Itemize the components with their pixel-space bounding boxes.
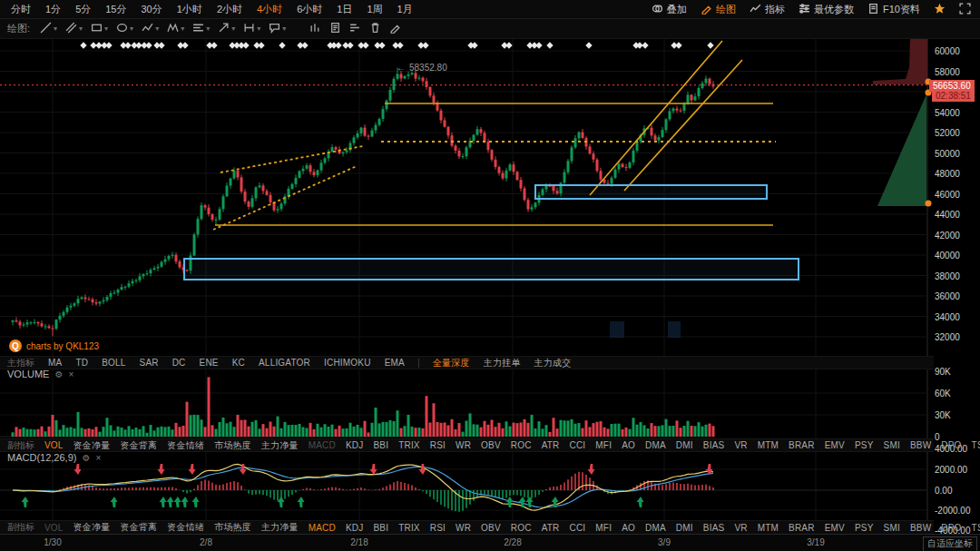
trash-tool[interactable] xyxy=(369,21,381,37)
indicator-tab[interactable]: 资金净量 xyxy=(74,439,111,452)
indicator-tab[interactable]: 主力净量 xyxy=(261,439,299,452)
indicator-tab[interactable]: DPO xyxy=(941,523,961,533)
indicator-tab[interactable]: BIAS xyxy=(703,523,725,533)
chevron-down-icon[interactable]: ▾ xyxy=(155,25,159,33)
indicator-tab[interactable]: ATR xyxy=(542,523,560,533)
menu-item-pencil[interactable]: 绘图 xyxy=(701,3,736,16)
indicator-tab[interactable]: PSY xyxy=(855,523,874,533)
indicator-tab[interactable]: TSI xyxy=(972,440,980,450)
indicator-tab[interactable]: 资金情绪 xyxy=(167,439,204,452)
indicator-tab[interactable]: 资金背离 xyxy=(120,439,157,452)
indicator-tab[interactable]: CCI xyxy=(570,440,586,450)
parallel-channel-tool[interactable]: ▾ xyxy=(65,21,83,37)
indicator-tab[interactable]: EMV xyxy=(825,440,845,450)
favorite-button[interactable] xyxy=(934,3,946,16)
anchored-note-tool[interactable] xyxy=(329,21,341,37)
drawing-handle-dot[interactable] xyxy=(926,201,932,207)
indicator-tab[interactable]: MACD xyxy=(309,523,336,533)
indicator-tab[interactable]: WR xyxy=(456,440,471,450)
main-chart-canvas[interactable] xyxy=(0,0,980,551)
arrow-tool[interactable]: ▾ xyxy=(218,21,235,37)
interval-tab[interactable]: 分时 xyxy=(4,3,38,16)
indicator-tab[interactable]: TSI xyxy=(972,523,980,533)
menu-item-document[interactable]: F10资料 xyxy=(867,3,920,16)
indicator-tab[interactable]: VOL xyxy=(44,440,64,450)
chevron-down-icon[interactable]: ▾ xyxy=(79,25,83,33)
indicator-tab[interactable]: PSY xyxy=(855,440,874,450)
indicator-tab[interactable]: ALLIGATOR xyxy=(259,358,310,368)
fullscreen-button[interactable] xyxy=(959,3,971,16)
indicator-tab[interactable]: 市场热度 xyxy=(214,439,251,452)
indicator-tab[interactable]: ROC xyxy=(511,523,532,533)
indicator-tab[interactable]: 资金情绪 xyxy=(167,521,204,534)
indicator-tab[interactable]: EMA xyxy=(385,358,405,368)
indicator-tab[interactable]: SMI xyxy=(884,523,900,533)
polyline-tool[interactable]: ▾ xyxy=(142,21,159,37)
indicator-tab[interactable]: BBI xyxy=(373,523,388,533)
chevron-down-icon[interactable]: ▾ xyxy=(231,25,235,33)
indicator-tab[interactable]: BBI xyxy=(373,440,388,450)
indicator-tab[interactable]: DC xyxy=(172,358,186,368)
chevron-down-icon[interactable]: ▾ xyxy=(181,25,184,33)
rectangle-tool[interactable]: ▾ xyxy=(91,21,108,37)
menu-item-overlay[interactable]: 叠加 xyxy=(652,3,687,16)
interval-tab[interactable]: 15分 xyxy=(98,3,133,16)
indicator-tab[interactable]: TRIX xyxy=(398,523,420,533)
event-markers[interactable] xyxy=(80,42,713,48)
interval-tab[interactable]: 1月 xyxy=(390,3,420,16)
indicator-tab[interactable]: ICHIMOKU xyxy=(324,358,371,368)
indicator-tab[interactable]: DMA xyxy=(645,523,666,533)
indicator-tab[interactable]: 资金净量 xyxy=(74,521,111,534)
indicator-tab[interactable]: ATR xyxy=(542,440,560,450)
close-icon[interactable]: × xyxy=(68,369,74,379)
indicator-tab[interactable]: MFI xyxy=(595,440,612,450)
indicator-tab[interactable]: 主力挂单 xyxy=(484,357,521,369)
indicator-tab[interactable]: WR xyxy=(456,523,471,533)
long-position-tool[interactable] xyxy=(309,21,321,37)
indicator-tab[interactable]: SAR xyxy=(140,358,159,368)
indicator-tab[interactable]: OBV xyxy=(481,523,501,533)
indicator-tab[interactable]: VOL xyxy=(44,523,64,533)
indicator-tab[interactable]: MTM xyxy=(758,440,779,450)
chevron-down-icon[interactable]: ▾ xyxy=(257,25,260,33)
indicator-tab[interactable]: RSI xyxy=(430,523,446,533)
indicator-tab[interactable]: BRAR xyxy=(789,440,815,450)
indicator-tab[interactable]: BOLL xyxy=(102,358,125,368)
indicator-tab[interactable]: TRIX xyxy=(398,440,420,450)
interval-tab[interactable]: 1日 xyxy=(329,3,359,16)
trend-line-tool[interactable]: ▾ xyxy=(40,21,57,37)
adaptive-scale-toggle[interactable]: 自适应坐标 xyxy=(923,536,977,551)
chevron-down-icon[interactable]: ▾ xyxy=(206,25,210,33)
indicator-tab[interactable]: MTM xyxy=(758,523,779,533)
indicator-tab[interactable]: AO xyxy=(622,440,635,450)
indicator-tab[interactable]: VR xyxy=(734,440,747,450)
indicator-tab[interactable]: DMI xyxy=(676,440,693,450)
indicator-tab[interactable]: VR xyxy=(734,523,747,533)
indicator-tab[interactable]: TD xyxy=(75,358,88,368)
indicator-tab[interactable]: 主力成交 xyxy=(534,357,572,369)
gear-icon[interactable]: ⚙ xyxy=(82,453,90,463)
chevron-down-icon[interactable]: ▾ xyxy=(282,25,286,33)
indicator-tab[interactable]: DMI xyxy=(676,523,693,533)
indicator-tab[interactable]: CCI xyxy=(570,523,586,533)
indicator-tab[interactable]: 资金背离 xyxy=(120,521,157,534)
brush-tool[interactable] xyxy=(389,21,401,37)
indicator-tab[interactable]: ROC xyxy=(511,440,532,450)
interval-tab[interactable]: 4小时 xyxy=(250,3,289,16)
fib-lines-tool[interactable]: ▾ xyxy=(192,21,210,37)
indicator-tab[interactable]: MFI xyxy=(595,523,612,533)
interval-tab[interactable]: 6小时 xyxy=(289,3,329,16)
indicator-tab[interactable]: KC xyxy=(232,358,245,368)
indicator-tab[interactable]: AO xyxy=(622,523,635,533)
indicator-tab[interactable]: BBW xyxy=(910,440,931,450)
indicator-tab[interactable]: RSI xyxy=(430,440,446,450)
indicator-tab[interactable]: ENE xyxy=(200,358,219,368)
ellipse-tool[interactable]: ▾ xyxy=(116,21,133,37)
indicator-tab[interactable]: BBW xyxy=(910,523,931,533)
time-axis[interactable]: 1/302/82/182/283/93/19 自适应坐标 xyxy=(0,534,980,551)
xabcd-pattern-tool[interactable]: ▾ xyxy=(167,21,184,37)
indicator-tab[interactable]: MACD xyxy=(309,440,336,450)
indicator-tab[interactable]: SMI xyxy=(884,440,900,450)
indicator-tab[interactable]: OBV xyxy=(481,440,501,450)
chevron-down-icon[interactable]: ▾ xyxy=(130,25,133,33)
